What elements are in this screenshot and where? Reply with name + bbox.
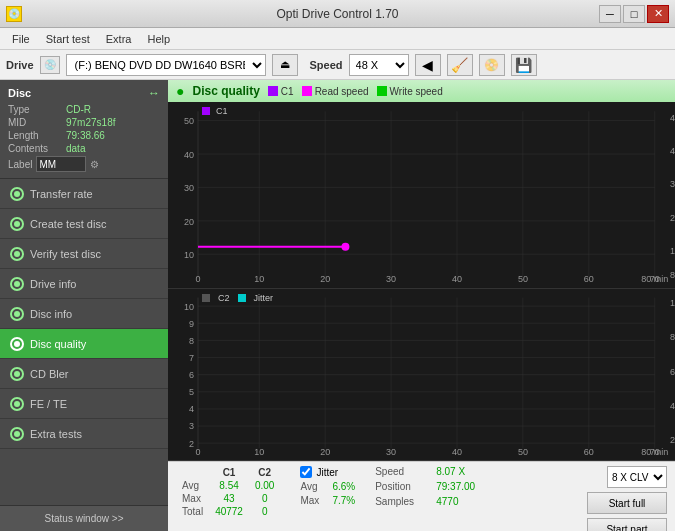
svg-text:40: 40 [452,447,462,457]
svg-text:4: 4 [189,404,194,414]
svg-text:48 X: 48 X [670,113,675,123]
nav-icon-fe-te [10,397,24,411]
legend-read-speed-box [302,86,312,96]
legend-write-speed-label: Write speed [390,86,443,97]
svg-text:40: 40 [184,150,194,160]
svg-text:16 X: 16 X [670,246,675,256]
maximize-button[interactable]: □ [623,5,645,23]
disc-label-row: Label ⚙ [8,156,160,172]
sidebar-item-cd-bler[interactable]: CD Bler [0,359,168,389]
menu-extra[interactable]: Extra [98,31,140,47]
nav-label-disc-info: Disc info [30,308,72,320]
top-chart-container: 50 40 30 20 10 0 10 20 30 40 50 60 70 80 [168,102,675,289]
svg-text:10: 10 [184,250,194,260]
position-info-row: Position 79:37.00 [375,481,475,492]
legend-read-speed: Read speed [302,86,369,97]
legend-read-speed-label: Read speed [315,86,369,97]
stats-table: C1 C2 Avg 8.54 0.00 Max 43 0 Total 40772… [176,466,280,518]
jitter-section: Jitter Avg 6.6% Max 7.7% [300,466,355,506]
svg-text:40: 40 [452,274,462,284]
svg-text:30: 30 [386,274,396,284]
disc-length-value: 79:38.66 [66,130,105,141]
sidebar-item-drive-info[interactable]: Drive info [0,269,168,299]
disc-panel-arrow[interactable]: ↔ [148,86,160,100]
start-full-button[interactable]: Start full [587,492,667,514]
speed-position-section: Speed 8.07 X Position 79:37.00 Samples 4… [375,466,475,507]
title-bar-controls: ─ □ ✕ [599,5,669,23]
speed-label: Speed [310,59,343,71]
clv-select[interactable]: 8 X CLV 16 X CLV 24 X CLV 48 X CLV [607,466,667,488]
start-part-button[interactable]: Start part [587,518,667,531]
jitter-header-row: Jitter [300,466,355,478]
title-bar-title: Opti Drive Control 1.70 [276,7,398,21]
disc-label-input[interactable] [36,156,86,172]
stats-max-label: Max [176,492,209,505]
menu-file[interactable]: File [4,31,38,47]
disc-label-gear-icon[interactable]: ⚙ [90,159,99,170]
jitter-checkbox[interactable] [300,466,312,478]
status-window-button[interactable]: Status window >> [0,505,168,531]
stats-row-avg: Avg 8.54 0.00 [176,479,280,492]
eject-button[interactable]: ⏏ [272,54,298,76]
sidebar-item-transfer-rate[interactable]: Transfer rate [0,179,168,209]
minimize-button[interactable]: ─ [599,5,621,23]
nav-icon-disc-quality [10,337,24,351]
nav-label-cd-bler: CD Bler [30,368,69,380]
svg-text:24 X: 24 X [670,213,675,223]
sidebar-item-create-test-disc[interactable]: Create test disc [0,209,168,239]
stats-avg-c2: 0.00 [249,479,280,492]
svg-text:60: 60 [584,447,594,457]
nav-icon-disc-info [10,307,24,321]
svg-text:7: 7 [189,353,194,363]
nav-label-disc-quality: Disc quality [30,338,86,350]
stats-max-c2: 0 [249,492,280,505]
svg-rect-0 [168,102,675,288]
nav-label-transfer-rate: Transfer rate [30,188,93,200]
svg-text:6%: 6% [670,366,675,376]
legend-c1: C1 [268,86,294,97]
svg-text:30: 30 [386,447,396,457]
c1-legend-label: C1 [216,106,228,116]
sidebar-item-fe-te[interactable]: FE / TE [0,389,168,419]
jitter-label: Jitter [316,467,338,478]
svg-text:50: 50 [518,447,528,457]
c1-legend-box [202,107,210,115]
charts-area: 50 40 30 20 10 0 10 20 30 40 50 60 70 80 [168,102,675,461]
save-icon[interactable]: 💾 [511,54,537,76]
sidebar-item-disc-quality[interactable]: Disc quality [0,329,168,359]
svg-text:0: 0 [195,274,200,284]
svg-text:50: 50 [184,116,194,126]
stats-avg-label: Avg [176,479,209,492]
svg-text:3: 3 [189,421,194,431]
jitter-legend-label: Jitter [254,293,274,303]
menu-help[interactable]: Help [139,31,178,47]
speed-select[interactable]: 8 X 16 X 24 X 32 X 48 X MAX [349,54,409,76]
position-info-value: 79:37.00 [436,481,475,492]
legend-write-speed: Write speed [377,86,443,97]
sidebar-item-extra-tests[interactable]: Extra tests [0,419,168,449]
close-button[interactable]: ✕ [647,5,669,23]
svg-text:10: 10 [184,301,194,311]
disc-length-row: Length 79:38.66 [8,130,160,141]
svg-point-16 [341,243,349,251]
svg-text:30: 30 [184,183,194,193]
nav-label-fe-te: FE / TE [30,398,67,410]
app-icon: 💿 [6,6,22,22]
svg-text:6: 6 [189,370,194,380]
nav-icon-cd-bler [10,367,24,381]
sidebar-item-verify-test-disc[interactable]: Verify test disc [0,239,168,269]
menu-start-test[interactable]: Start test [38,31,98,47]
stats-total-label: Total [176,505,209,518]
stats-avg-c1: 8.54 [209,479,249,492]
drive-select[interactable]: (F:) BENQ DVD DD DW1640 BSRB [66,54,266,76]
jitter-avg-label: Avg [300,481,328,492]
legend-c1-box [268,86,278,96]
clv-row: 8 X CLV 16 X CLV 24 X CLV 48 X CLV [607,466,667,488]
svg-text:2: 2 [189,438,194,448]
disc-quality-title: Disc quality [192,84,259,98]
eraser-icon[interactable]: 🧹 [447,54,473,76]
read-icon[interactable]: 📀 [479,54,505,76]
arrow-left-icon[interactable]: ◀ [415,54,441,76]
sidebar-item-disc-info[interactable]: Disc info [0,299,168,329]
drive-bar: Drive 💿 (F:) BENQ DVD DD DW1640 BSRB ⏏ S… [0,50,675,80]
